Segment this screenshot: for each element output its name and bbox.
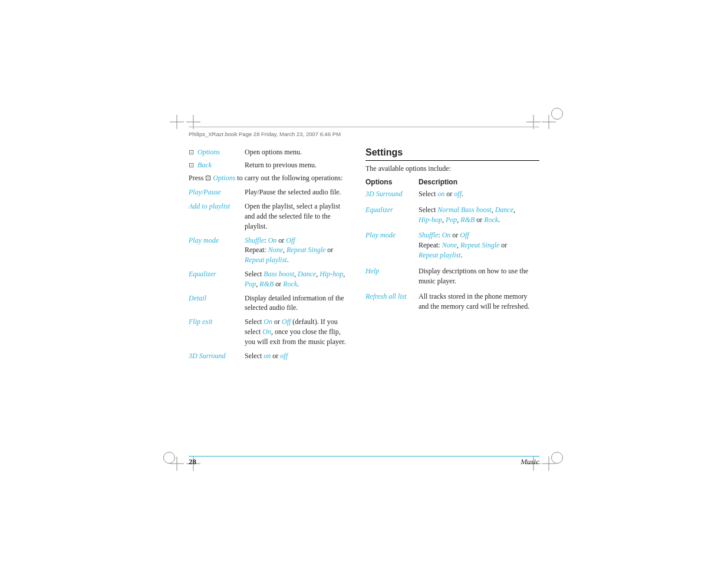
s-pop: Pop — [446, 216, 457, 224]
intro-label-options: ⊡ Options — [189, 147, 245, 157]
press-icon: ⊡ — [205, 174, 211, 182]
dance-text: Dance — [298, 270, 316, 278]
col-header-options: Options — [365, 178, 419, 189]
option-row-addtoplaylist: Add to playlist Open the playlist, selec… — [189, 201, 348, 231]
option-label-playpause: Play/Pause — [189, 187, 245, 197]
option-desc-equalizer: Select Bass boost, Dance, Hip-hop, Pop, … — [245, 269, 348, 289]
settings-desc-help: Display descriptions on how to use the m… — [419, 266, 539, 292]
back-label: Back — [197, 161, 212, 169]
settings-opt-help: Help — [365, 266, 419, 292]
settings-title: Settings — [365, 147, 539, 161]
content-area: ⊡ Options Open options menu. ⊡ Back Retu… — [189, 147, 539, 447]
on-text: On — [268, 236, 277, 244]
s-on2: On — [442, 231, 451, 239]
option-desc-playpause: Play/Pause the selected audio file. — [245, 187, 348, 197]
settings-opt-3dsurround: 3D Surround — [365, 189, 419, 205]
s-on1: on — [437, 190, 444, 198]
intro-desc-options: Open options menu. — [245, 147, 348, 157]
settings-row-equalizer: Equalizer Select Normal Bass boost, Danc… — [365, 205, 539, 231]
hiphop-text: Hip-hop — [319, 270, 343, 278]
bassboost-text: Bass boost — [263, 270, 294, 278]
option-desc-detail: Display detailed information of the sele… — [245, 293, 348, 313]
intro-row-options: ⊡ Options Open options menu. — [189, 147, 348, 157]
s-off1: off — [454, 190, 462, 198]
s-none: None — [442, 241, 457, 249]
circle-mark-br — [551, 452, 563, 464]
on4: on — [263, 352, 271, 360]
settings-row-help: Help Display descriptions on how to use … — [365, 266, 539, 292]
s-dance: Dance — [495, 206, 513, 214]
circle-mark-bl — [163, 452, 175, 464]
option-label-addtoplaylist: Add to playlist — [189, 201, 245, 231]
option-label-flipex: Flip exit — [189, 317, 245, 346]
option-desc-3dsurround: Select on or off — [245, 351, 348, 361]
top-rule — [189, 127, 539, 127]
settings-desc-3dsurround: Select on or off. — [419, 189, 539, 205]
left-column: ⊡ Options Open options menu. ⊡ Back Retu… — [189, 147, 348, 447]
option-desc-playmode: Shuffle: On or Off Repeat: None, Repeat … — [245, 236, 348, 265]
repeat-playlist-text: Repeat playlist — [245, 256, 287, 264]
on3: On — [262, 328, 271, 336]
press-options-link: Options — [213, 174, 235, 182]
option-row-equalizer: Equalizer Select Bass boost, Dance, Hip-… — [189, 269, 348, 289]
settings-opt-equalizer: Equalizer — [365, 205, 419, 231]
rock-text: Rock — [283, 280, 297, 288]
none-text: None — [268, 246, 283, 254]
settings-table: Options Description 3D Surround Select o… — [365, 178, 539, 318]
right-column: Settings The available options include: … — [365, 147, 539, 447]
option-label-3dsurround: 3D Surround — [189, 351, 245, 361]
option-label-equalizer: Equalizer — [189, 269, 245, 289]
back-icon: ⊡ — [189, 161, 194, 168]
settings-row-3dsurround: 3D Surround Select on or off. — [365, 189, 539, 205]
option-label-detail: Detail — [189, 293, 245, 313]
s-off2: Off — [460, 231, 469, 239]
repeat-single-text: Repeat Single — [286, 246, 325, 254]
intro-row-back: ⊡ Back Return to previous menu. — [189, 160, 348, 170]
settings-intro: The available options include: — [365, 164, 539, 173]
s-rp: Repeat playlist — [419, 251, 461, 259]
option-desc-addtoplaylist: Open the playlist, select a playlist and… — [245, 201, 348, 231]
intro-label-back: ⊡ Back — [189, 160, 245, 170]
s-rnb: R&B — [460, 216, 475, 224]
settings-desc-equalizer: Select Normal Bass boost, Dance, Hip-hop… — [419, 205, 539, 231]
option-row-detail: Detail Display detailed information of t… — [189, 293, 348, 313]
option-row-flipex: Flip exit Select On or Off (default). If… — [189, 317, 348, 346]
s-normalbass: Normal Bass boost — [437, 206, 491, 214]
s-shuffle: Shuffle — [419, 231, 438, 239]
footer-page-number: 28 — [189, 457, 196, 467]
off4: off — [280, 352, 288, 360]
circle-mark-tr — [551, 108, 563, 120]
settings-row-playmode: Play mode Shuffle: On or Off Repeat: Non… — [365, 230, 539, 266]
off2: Off — [282, 318, 291, 326]
registration-mark-tl — [170, 115, 184, 129]
pop-text: Pop — [245, 280, 256, 288]
rnb-text: R&B — [259, 280, 274, 288]
header-bar: Philips_XRazr.book Page 28 Friday, March… — [189, 131, 539, 137]
footer: 28 Music — [189, 457, 539, 467]
options-label: Options — [197, 148, 220, 156]
option-row-playpause: Play/Pause Play/Pause the selected audio… — [189, 187, 348, 197]
option-row-3dsurround: 3D Surround Select on or off — [189, 351, 348, 361]
shuffle-text: Shuffle — [245, 236, 264, 244]
s-rs: Repeat Single — [460, 241, 499, 249]
s-rock: Rock — [484, 216, 498, 224]
settings-desc-playmode: Shuffle: On or Off Repeat: None, Repeat … — [419, 230, 539, 266]
settings-opt-refreshall: Refresh all list — [365, 292, 419, 318]
intro-desc-back: Return to previous menu. — [245, 160, 348, 170]
option-desc-flipex: Select On or Off (default). If you selec… — [245, 317, 348, 346]
col-header-description: Description — [419, 178, 539, 189]
on2: On — [263, 318, 272, 326]
settings-opt-playmode: Play mode — [365, 230, 419, 266]
option-label-playmode: Play mode — [189, 236, 245, 265]
settings-row-refreshall: Refresh all list All tracks stored in th… — [365, 292, 539, 318]
option-row-playmode: Play mode Shuffle: On or Off Repeat: Non… — [189, 236, 348, 265]
off-text: Off — [286, 236, 295, 244]
s-hiphop: Hip-hop — [419, 216, 442, 224]
footer-section-title: Music — [521, 457, 539, 467]
settings-desc-refreshall: All tracks stored in the phone memory an… — [419, 292, 539, 318]
press-line: Press ⊡ Options to carry out the followi… — [189, 173, 348, 183]
header-text: Philips_XRazr.book Page 28 Friday, March… — [189, 131, 341, 137]
options-icon: ⊡ — [189, 148, 194, 156]
